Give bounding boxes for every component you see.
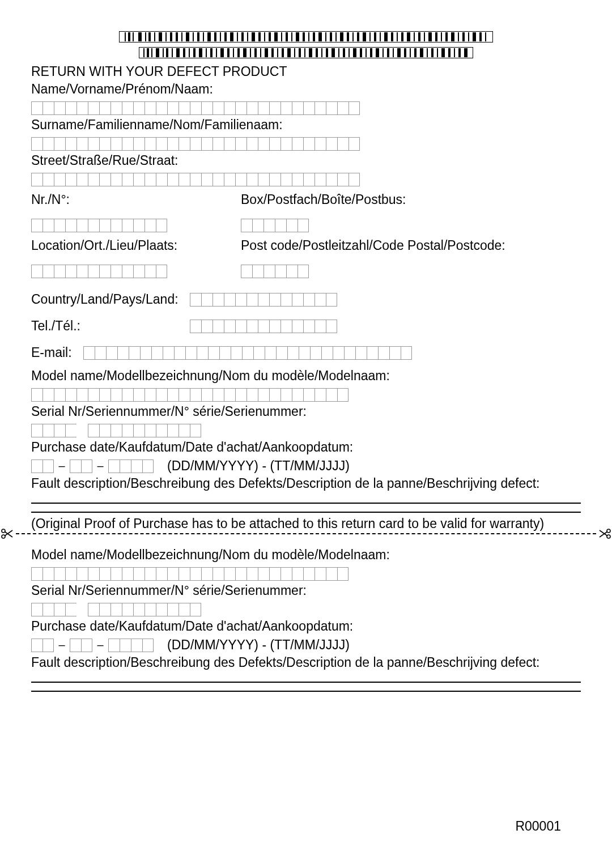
svg-rect-72 — [156, 48, 159, 57]
svg-rect-14 — [193, 32, 194, 41]
svg-rect-32 — [291, 32, 292, 41]
svg-rect-91 — [260, 48, 261, 57]
barcode-block — [31, 31, 581, 58]
svg-rect-10 — [170, 32, 172, 41]
svg-rect-80 — [199, 48, 202, 57]
tel-label: Tel./Tél.: — [31, 318, 178, 334]
svg-rect-58 — [435, 32, 437, 41]
svg-rect-35 — [308, 32, 309, 41]
svg-rect-112 — [376, 48, 379, 57]
svg-rect-128 — [464, 48, 468, 57]
svg-rect-100 — [309, 48, 312, 57]
svg-rect-6 — [148, 32, 151, 41]
country-label: Country/Land/Pays/Land: — [31, 292, 178, 307]
svg-rect-74 — [166, 48, 168, 57]
svg-rect-107 — [348, 48, 350, 57]
svg-rect-124 — [441, 48, 445, 57]
svg-rect-98 — [299, 48, 301, 57]
svg-rect-94 — [277, 48, 278, 57]
svg-rect-54 — [414, 32, 415, 41]
model-input-2[interactable] — [31, 567, 581, 581]
svg-rect-66 — [479, 32, 482, 41]
svg-rect-33 — [296, 32, 299, 41]
svg-rect-26 — [258, 32, 261, 41]
fault-line-3[interactable] — [31, 682, 581, 683]
scissors-icon — [0, 527, 14, 541]
svg-rect-55 — [418, 32, 420, 41]
model-input[interactable] — [31, 388, 581, 402]
cut-line — [0, 527, 612, 541]
svg-rect-8 — [159, 32, 162, 41]
box-input[interactable] — [241, 219, 406, 232]
purchase-date-input-2[interactable]: ––(DD/MM/YYYY) - (TT/MM/JJJJ) — [31, 637, 581, 653]
svg-rect-71 — [151, 48, 152, 57]
svg-rect-31 — [286, 32, 288, 41]
svg-rect-65 — [473, 32, 476, 41]
tel-input[interactable] — [190, 320, 337, 333]
svg-rect-16 — [203, 32, 204, 41]
fault-line-1[interactable] — [31, 503, 581, 504]
svg-rect-82 — [210, 48, 212, 57]
country-input[interactable] — [190, 293, 337, 307]
svg-rect-95 — [282, 48, 284, 57]
svg-rect-29 — [274, 32, 278, 41]
svg-rect-64 — [468, 32, 469, 41]
svg-rect-90 — [254, 48, 257, 57]
svg-rect-69 — [143, 48, 144, 57]
nr-input[interactable] — [31, 219, 218, 232]
purchase-date-input[interactable]: ––(DD/MM/YYYY) - (TT/MM/JJJJ) — [31, 458, 581, 474]
fault-line-4[interactable] — [31, 691, 581, 692]
postcode-input[interactable] — [241, 265, 505, 278]
svg-rect-19 — [220, 32, 221, 41]
purchase-label: Purchase date/Kaufdatum/Date d'achat/Aan… — [31, 440, 581, 455]
model-label: Model name/Modellbezeichnung/Nom du modè… — [31, 368, 581, 384]
page-code: R00001 — [515, 819, 561, 834]
svg-rect-114 — [387, 48, 389, 57]
svg-rect-104 — [332, 48, 335, 57]
svg-rect-102 — [321, 48, 322, 57]
location-input[interactable] — [31, 265, 218, 278]
svg-rect-36 — [313, 32, 315, 41]
svg-rect-101 — [316, 48, 318, 57]
svg-rect-61 — [451, 32, 454, 41]
svg-rect-87 — [237, 48, 240, 57]
svg-rect-120 — [420, 48, 423, 57]
email-label: E-mail: — [31, 345, 76, 360]
svg-rect-60 — [445, 32, 448, 41]
name-input[interactable] — [31, 101, 581, 115]
svg-rect-126 — [454, 48, 455, 57]
top-barcode-2 — [139, 47, 473, 58]
svg-rect-15 — [197, 32, 199, 41]
svg-rect-96 — [287, 48, 291, 57]
svg-rect-4 — [138, 32, 142, 41]
top-barcode-1 — [119, 31, 493, 42]
date-format-hint: (DD/MM/YYYY) - (TT/MM/JJJJ) — [167, 458, 350, 474]
svg-rect-89 — [250, 48, 251, 57]
email-input[interactable] — [83, 346, 412, 360]
svg-rect-88 — [243, 48, 246, 57]
svg-rect-106 — [343, 48, 345, 57]
purchase-label-2: Purchase date/Kaufdatum/Date d'achat/Aan… — [31, 619, 581, 634]
street-input[interactable] — [31, 173, 581, 186]
surname-input[interactable] — [31, 137, 581, 151]
postcode-label: Post code/Postleitzahl/Code Postal/Postc… — [241, 238, 505, 253]
fault-line-2[interactable] — [31, 512, 581, 513]
scissors-icon — [598, 527, 612, 541]
fault-label-2: Fault description/Beschreibung des Defek… — [31, 655, 581, 670]
svg-rect-78 — [189, 48, 190, 57]
serial-input-2[interactable] — [31, 603, 581, 616]
svg-rect-47 — [374, 32, 376, 41]
svg-rect-67 — [485, 32, 486, 41]
name-label: Name/Vorname/Prénom/Naam: — [31, 82, 581, 97]
svg-rect-99 — [304, 48, 305, 57]
svg-rect-9 — [165, 32, 167, 41]
svg-rect-70 — [147, 48, 149, 57]
svg-rect-127 — [458, 48, 461, 57]
svg-rect-123 — [437, 48, 438, 57]
svg-rect-109 — [360, 48, 362, 57]
svg-rect-5 — [145, 32, 146, 41]
svg-rect-46 — [369, 32, 371, 41]
svg-rect-83 — [216, 48, 217, 57]
svg-rect-39 — [330, 32, 332, 41]
serial-input[interactable] — [31, 424, 581, 437]
